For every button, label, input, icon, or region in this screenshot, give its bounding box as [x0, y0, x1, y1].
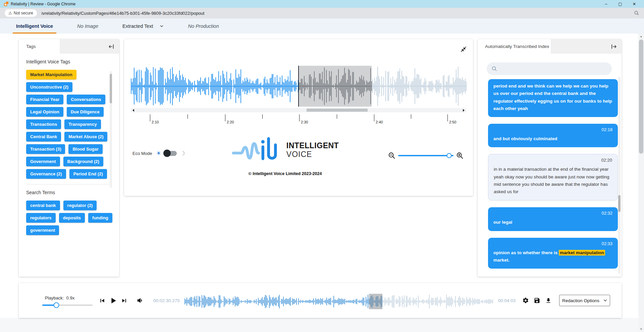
transcript-entry[interactable]: 02:18and but obviously culminated	[488, 124, 618, 147]
brand-line2: VOICE	[286, 150, 339, 159]
tag-blood-sugar[interactable]: Blood Sugar	[68, 144, 102, 154]
main-waveform[interactable]	[131, 66, 466, 107]
tab-extracted-text[interactable]: Extracted Text	[119, 18, 167, 34]
tags-tab[interactable]: Tags	[19, 39, 60, 54]
timeline-label: 2:50	[449, 120, 456, 124]
tag-unconstructive-2[interactable]: Unconstructive (2)	[26, 82, 72, 92]
tag-market-abuse-2[interactable]: Market Abuse (2)	[64, 132, 107, 142]
footer-strip	[0, 318, 644, 332]
search-term-government[interactable]: government	[26, 225, 59, 235]
tag-government[interactable]: Government	[26, 157, 60, 166]
search-term-regulator-2[interactable]: regulator (2)	[63, 201, 97, 210]
scroll-right-icon[interactable]	[463, 109, 465, 112]
transcript-search-box[interactable]	[487, 62, 612, 75]
mini-position-marker[interactable]	[369, 294, 382, 309]
skip-previous-button[interactable]	[99, 297, 106, 304]
tag-central-bank[interactable]: Central Bank	[26, 132, 61, 142]
tag-row: regulatorsdepositsfunding	[26, 213, 109, 223]
transcript-scrollbar-thumb[interactable]	[618, 195, 621, 212]
scrollbar-thumb[interactable]	[639, 40, 643, 154]
tag-market-manipulation[interactable]: Market Manipulation	[26, 70, 76, 79]
waveform-scrollbar-thumb[interactable]	[307, 109, 368, 112]
redaction-options-select-wrap: Redaction Options	[559, 295, 610, 306]
tag-due-diligence[interactable]: Due Diligence	[67, 107, 104, 117]
save-icon[interactable]	[534, 297, 540, 304]
tab-no-production[interactable]: No Production	[185, 18, 222, 34]
transcript-scrollbar-track[interactable]	[618, 77, 621, 274]
skip-next-button[interactable]	[121, 297, 128, 304]
transcript-entry[interactable]: 02:33opinion as to whether there is mark…	[488, 238, 618, 269]
search-term-funding[interactable]: funding	[88, 213, 112, 223]
security-badge[interactable]: ⚠ Not secure	[5, 9, 37, 17]
minimize-button[interactable]: –	[599, 0, 613, 8]
download-icon[interactable]	[545, 297, 552, 304]
volume-icon[interactable]	[137, 297, 144, 304]
collapse-left-panel-icon[interactable]	[108, 43, 115, 50]
tag-row: GovernmentBackground (2)	[26, 157, 109, 166]
tag-financial-year[interactable]: Financial Year	[26, 95, 63, 104]
transcript-timestamp: 02:18	[493, 127, 612, 132]
speed-slider-thumb[interactable]	[54, 302, 59, 308]
url-text[interactable]: ivrelativity/Relativity/CustomPages/46e1…	[42, 11, 205, 16]
playhead-marker[interactable]	[298, 66, 299, 107]
search-term-central-bank[interactable]: central bank	[26, 201, 60, 210]
transcript-entry[interactable]: 02:20in in a material transaction at the…	[488, 154, 618, 201]
timeline-ruler[interactable]: 2:102:202:302:402:50	[131, 114, 466, 127]
scroll-left-icon[interactable]	[132, 109, 134, 112]
timeline-label: 2:10	[152, 120, 159, 124]
tag-transactions[interactable]: Transactions	[26, 119, 61, 129]
search-term-regulators[interactable]: regulators	[26, 213, 56, 223]
playback-speed-label: Playback: 0.9x	[45, 295, 93, 300]
zoom-in-icon[interactable]	[456, 152, 464, 159]
transcript-entry[interactable]: 02:32our legal	[488, 207, 618, 231]
tag-legal-opinion[interactable]: Legal Opinion	[26, 107, 63, 117]
zoom-indicator-icon[interactable]	[634, 10, 639, 16]
tag-transparency[interactable]: Transparency	[64, 119, 101, 129]
tab-intelligent-voice[interactable]: Intelligent Voice	[13, 18, 56, 34]
timeline-tick	[299, 114, 300, 121]
waveform-scrollbar[interactable]	[131, 108, 466, 112]
tag-background-2[interactable]: Background (2)	[63, 157, 103, 166]
transcript-text: period end and we think can we help we c…	[493, 82, 612, 112]
tag-row: Unconstructive (2)	[26, 82, 109, 92]
playback-speed-control: Playback: 0.9x	[42, 295, 93, 306]
settings-gear-icon[interactable]	[522, 297, 529, 304]
page-scrollbar[interactable]: ▲ ▼	[638, 34, 644, 332]
tag-governance-2[interactable]: Governance (2)	[26, 169, 66, 179]
transcript-text: opinion as to whether there is market ma…	[493, 249, 612, 264]
tab-no-image[interactable]: No Image	[74, 18, 102, 34]
search-term-deposits[interactable]: deposits	[59, 213, 85, 223]
relativity-favicon-icon	[4, 2, 8, 6]
scrollbar-down-icon[interactable]: ▼	[638, 326, 644, 332]
tags-scrollbar-thumb[interactable]	[110, 74, 112, 103]
playback-speed-value: 0.9x	[66, 295, 75, 300]
search-terms-title: Search Terms	[26, 190, 109, 195]
playback-speed-slider[interactable]	[42, 305, 93, 306]
viewer-tab-strip: Intelligent Voice No Image Extracted Tex…	[0, 18, 644, 34]
zoom-slider[interactable]	[398, 155, 453, 156]
tags-body: Intelligent Voice Tags Market Manipulati…	[19, 54, 119, 277]
transcript-search-input[interactable]	[501, 66, 607, 71]
tag-period-end-2[interactable]: Period End (2)	[69, 169, 107, 179]
total-time: 00:04:03	[498, 298, 516, 303]
zoom-out-icon[interactable]	[388, 152, 395, 159]
timeline-tick	[374, 114, 374, 121]
play-button[interactable]	[109, 296, 117, 305]
transcript-tab[interactable]: Automatically Transcribed Index	[478, 39, 551, 54]
mini-waveform[interactable]	[184, 294, 493, 309]
fullscreen-icon[interactable]	[460, 45, 468, 53]
timeline-label: 2:20	[227, 120, 234, 124]
timeline-tick-minor	[262, 114, 263, 119]
redaction-options-select[interactable]: Redaction Options	[559, 295, 610, 306]
tag-transaction-3[interactable]: Transaction (3)	[26, 144, 65, 154]
scrollbar-up-icon[interactable]: ▲	[638, 34, 644, 39]
tag-conversations[interactable]: Conversations	[67, 95, 105, 104]
tag-row: Market Manipulation	[26, 70, 109, 79]
transcript-entry[interactable]: period end and we think can we help we c…	[488, 79, 618, 117]
zoom-slider-thumb[interactable]	[446, 153, 451, 158]
app-window: Relativity | Review - Google Chrome – ▢ …	[0, 0, 644, 332]
maximize-button[interactable]: ▢	[613, 0, 627, 8]
chevron-down-icon[interactable]	[159, 24, 164, 29]
collapse-right-panel-icon[interactable]	[610, 43, 618, 50]
close-button[interactable]: ✕	[627, 0, 641, 8]
